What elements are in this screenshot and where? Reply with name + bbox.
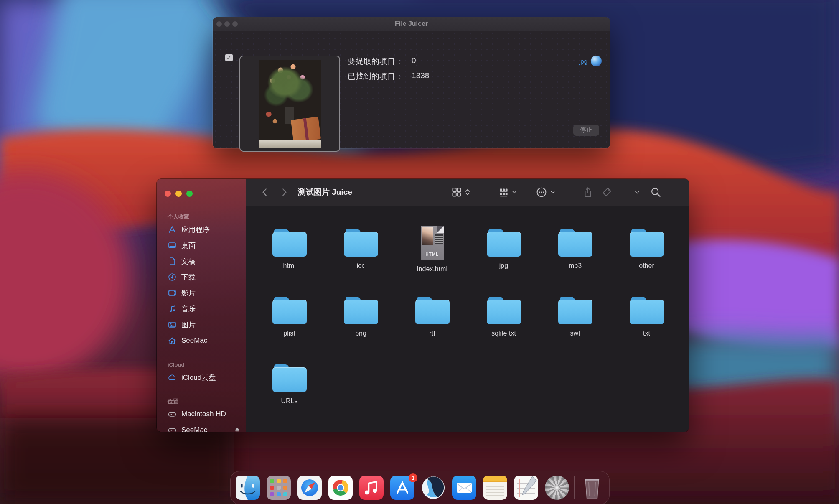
grid-item-plist[interactable]: plist [254,297,325,364]
dock-finder[interactable] [236,476,260,500]
desktop-icon [168,241,177,250]
filetype-link[interactable]: jpg [579,58,587,65]
sidebar-item-label: 应用程序 [181,225,210,234]
icon-view-button[interactable] [452,187,470,197]
sidebar-item-desktop[interactable]: 桌面 [157,237,246,253]
zoom-button[interactable] [186,191,193,197]
dock-app-store[interactable]: 1 [390,476,414,500]
grid-item-other[interactable]: other [611,229,682,297]
dock-mail[interactable] [452,476,476,500]
finder-main: 测试图片 Juice [246,179,689,432]
dock-separator [574,476,575,499]
dock-notes[interactable] [483,476,507,500]
file-juicer-content: ✓ 要提取的项目： 0 已找到的项目： 1338 jpg 停止 [213,31,610,148]
extraction-status: 要提取的项目： 0 已找到的项目： 1338 [348,56,429,82]
dock: 1 [230,471,610,504]
folder-icon [343,229,379,257]
close-button[interactable] [165,191,171,197]
items-found-value: 1338 [412,71,429,82]
share-button[interactable] [583,187,593,198]
grid-item-mp3[interactable]: mp3 [539,229,611,297]
thumbnail-photo [422,227,433,245]
dock-trash[interactable] [580,476,604,500]
movies-icon [168,288,177,298]
folder-icon [629,229,664,257]
file-label: rtf [429,330,435,337]
drive-icon [168,425,177,432]
file-label: sqlite.txt [491,330,516,337]
grid-item-swf[interactable]: swf [539,297,611,364]
sidebar-item-macintosh-hd[interactable]: Macintosh HD [157,406,246,422]
folder-icon [415,297,450,324]
dock-file-juicer[interactable] [545,476,569,500]
sidebar-item-pictures[interactable]: 图片 [157,317,246,333]
finder-sidebar: 个人收藏应用程序桌面文稿下载影片音乐图片SeeMaciCloudiCloud云盘… [157,179,246,432]
dock-launchpad[interactable] [267,476,291,500]
folder-icon [272,297,307,324]
stop-button[interactable]: 停止 [573,125,599,136]
sidebar-item-seemac-home[interactable]: SeeMac [157,333,246,349]
dock-seemac-wave[interactable] [421,476,445,500]
grid-item-png[interactable]: png [325,297,397,364]
dock-textedit[interactable] [514,476,538,500]
grid-item-sqlite-txt[interactable]: sqlite.txt [468,297,539,364]
select-checkbox[interactable]: ✓ [225,54,233,61]
forward-button[interactable] [280,188,289,197]
sidebar-section-header: iCloud [157,360,246,369]
dock-music[interactable] [359,476,384,500]
dock-trash-slot [580,476,604,500]
file-label: txt [643,330,650,337]
file-label: html [283,262,295,270]
file-label: swf [570,330,580,337]
toolbar-expand-button[interactable] [634,189,641,196]
notification-badge: 1 [409,473,417,482]
grid-item-icc[interactable]: icc [325,229,397,297]
file-juicer-titlebar: File Juicer [213,17,610,31]
file-grid: htmliccHTMLindex.htmljpgmp3otherplistpng… [246,206,689,432]
folder-icon [558,229,593,257]
finder-window: 个人收藏应用程序桌面文稿下载影片音乐图片SeeMaciCloudiCloud云盘… [157,179,689,432]
sidebar-item-music[interactable]: 音乐 [157,301,246,317]
grid-item-urls[interactable]: URLs [254,364,325,432]
dock-chrome[interactable] [328,476,353,500]
grid-item-txt[interactable]: txt [611,297,682,364]
more-actions-button[interactable] [536,187,556,198]
folder-icon [486,229,521,257]
items-found-label: 已找到的项目： [348,71,403,82]
search-button[interactable] [651,187,661,198]
group-by-button[interactable] [498,187,517,197]
cloud-icon [168,373,177,382]
applications-icon [168,225,177,234]
dock-safari[interactable] [297,476,322,500]
chevron-down-icon [550,189,556,195]
folder-icon [558,297,593,324]
grid-item-index-html[interactable]: HTMLindex.html [397,229,468,297]
folder-icon [272,229,307,257]
preview-image [259,60,321,148]
minimize-button[interactable] [175,191,182,197]
file-juicer-window: File Juicer ✓ 要提取的项目： 0 已找到的项目： 1338 jpg… [213,17,610,148]
sidebar-item-label: 图片 [181,320,196,330]
tag-button[interactable] [601,187,612,198]
sidebar-item-movies[interactable]: 影片 [157,285,246,301]
sidebar-item-icloud-drive[interactable]: iCloud云盘 [157,369,246,385]
sidebar-item-applications[interactable]: 应用程序 [157,221,246,237]
sidebar-item-seemac-disk[interactable]: SeeMac [157,422,246,432]
grid-item-jpg[interactable]: jpg [468,229,539,297]
items-to-extract-label: 要提取的项目： [348,56,403,67]
file-label: png [355,330,366,337]
grid-item-rtf[interactable]: rtf [397,297,468,364]
folder-icon [629,297,664,324]
html-file-icon: HTML [421,226,444,260]
sidebar-item-downloads[interactable]: 下载 [157,269,246,285]
sidebar-section-header: 个人收藏 [157,212,246,221]
globe-icon [591,56,602,66]
sidebar-item-documents[interactable]: 文稿 [157,253,246,269]
sidebar-item-label: 影片 [181,288,196,298]
grid-item-html[interactable]: html [254,229,325,297]
dock-apps: 1 [236,476,569,500]
preview-frame [239,56,340,152]
sidebar-item-label: 文稿 [181,257,196,266]
eject-icon[interactable] [234,426,241,432]
back-button[interactable] [260,188,269,197]
